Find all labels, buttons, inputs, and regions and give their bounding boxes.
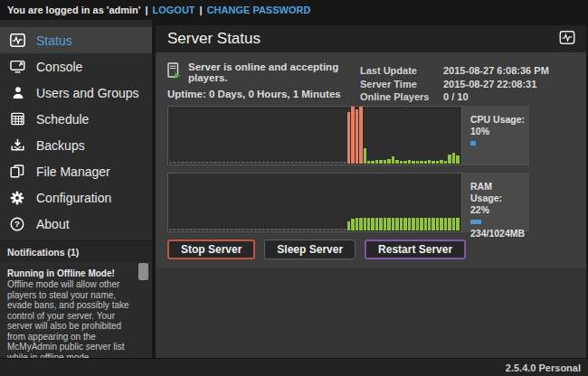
topbar-separator: | — [200, 5, 203, 15]
info-row-online-players: Online Players 0 / 10 — [360, 90, 574, 104]
change-password-link[interactable]: CHANGE PASSWORD — [207, 5, 311, 15]
info-row-server-time: Server Time 2015-08-27 22:08:31 — [360, 78, 574, 91]
logout-link[interactable]: LOGOUT — [153, 5, 195, 15]
sidebar-item-console[interactable]: Console — [0, 53, 152, 80]
info-value: 0 / 10 — [443, 90, 469, 104]
svg-text:?: ? — [14, 219, 20, 229]
topbar-separator: | — [145, 5, 147, 15]
ram-progress-fill — [470, 220, 481, 224]
ram-usage-panel: RAM Usage: 22% 234/1024MB — [462, 173, 529, 232]
ram-progress-bar — [470, 220, 521, 224]
ram-usage-chart — [167, 173, 462, 232]
sidebar-item-label: Console — [36, 60, 82, 74]
notifications-scrollbar-thumb[interactable] — [138, 263, 148, 280]
sidebar-item-file-manager[interactable]: File Manager — [0, 158, 152, 184]
notifications-header-label: Notifications (1) — [7, 247, 79, 258]
panel-header: Server Status — [156, 25, 586, 52]
notification-text: Offline mode will allow other players to… — [7, 279, 134, 362]
server-state-block: Server is online and accepting players. … — [167, 63, 353, 106]
sidebar-item-status[interactable]: Status — [0, 27, 152, 53]
ram-usage-percent: 22% — [470, 204, 526, 216]
sidebar-item-label: Backups — [36, 138, 85, 153]
uptime-text: Uptime: 0 Days, 0 Hours, 1 Minutes — [167, 89, 353, 99]
cpu-progress-fill — [470, 141, 476, 146]
info-label: Last Update — [360, 64, 443, 78]
sidebar-item-backups[interactable]: Backups — [0, 132, 152, 158]
server-info-table: Last Update 2015-08-27 6:08:36 PM Server… — [360, 63, 574, 106]
sidebar-item-configuration[interactable]: Configuration — [0, 184, 152, 211]
cpu-usage-chart — [167, 106, 462, 165]
sidebar-item-users-and-groups[interactable]: Users and Groups — [0, 80, 152, 106]
footer: 2.5.4.0 Personal — [0, 358, 588, 376]
notification-title: Running in Offline Mode! — [7, 268, 134, 279]
cpu-usage-label: CPU Usage: — [470, 114, 526, 126]
pulse-icon — [559, 31, 575, 48]
sidebar: Status Console Users and Groups Schedule — [0, 20, 152, 358]
sidebar-menu: Status Console Users and Groups Schedule — [0, 20, 152, 237]
ram-usage-label: RAM Usage: — [470, 181, 526, 204]
stop-server-button[interactable]: Stop Server — [167, 240, 255, 259]
info-label: Online Players — [360, 90, 443, 104]
panel-content: Server is online and accepting players. … — [156, 52, 586, 268]
logged-in-text: You are logged in as 'admin' — [7, 5, 140, 15]
sleep-server-button[interactable]: Sleep Server — [264, 240, 356, 259]
sidebar-item-schedule[interactable]: Schedule — [0, 106, 152, 132]
copy-icon — [9, 164, 25, 179]
notification-item: Running in Offline Mode! Offline mode wi… — [0, 262, 152, 370]
download-icon — [9, 138, 25, 153]
sidebar-item-label: Status — [36, 33, 72, 48]
sidebar-item-label: Users and Groups — [36, 86, 139, 100]
version-text: 2.5.4.0 Personal — [506, 362, 581, 373]
info-row-last-update: Last Update 2015-08-27 6:08:36 PM — [360, 64, 574, 78]
info-value: 2015-08-27 22:08:31 — [443, 78, 536, 91]
cpu-usage-panel: CPU Usage: 10% — [462, 106, 529, 165]
cpu-progress-bar — [470, 141, 521, 146]
sidebar-item-label: Configuration — [36, 191, 111, 205]
server-online-icon — [167, 62, 181, 83]
server-actions: Stop Server Sleep Server Restart Server — [167, 240, 586, 259]
info-value: 2015-08-27 6:08:36 PM — [443, 64, 549, 78]
gear-icon — [9, 191, 25, 205]
question-icon: ? — [9, 217, 25, 231]
topbar: You are logged in as 'admin' | LOGOUT | … — [0, 0, 588, 20]
sidebar-item-label: Schedule — [36, 112, 89, 127]
server-status-panel: Server Status Server is online and accep… — [156, 25, 586, 358]
restart-server-button[interactable]: Restart Server — [365, 240, 466, 259]
notifications-header: Notifications (1) — [0, 240, 152, 262]
sidebar-item-label: About — [36, 217, 70, 231]
server-status-message: Server is online and accepting players. — [188, 61, 353, 83]
ram-usage-detail: 234/1024MB — [470, 228, 526, 240]
sidebar-item-about[interactable]: ? About — [0, 211, 152, 237]
calendar-icon — [9, 112, 25, 127]
page-title: Server Status — [167, 30, 261, 48]
console-icon — [9, 60, 25, 74]
user-icon — [9, 86, 25, 100]
cpu-usage-percent: 10% — [470, 126, 526, 137]
pulse-icon — [9, 33, 25, 48]
sidebar-item-label: File Manager — [36, 164, 110, 179]
info-label: Server Time — [360, 78, 443, 91]
